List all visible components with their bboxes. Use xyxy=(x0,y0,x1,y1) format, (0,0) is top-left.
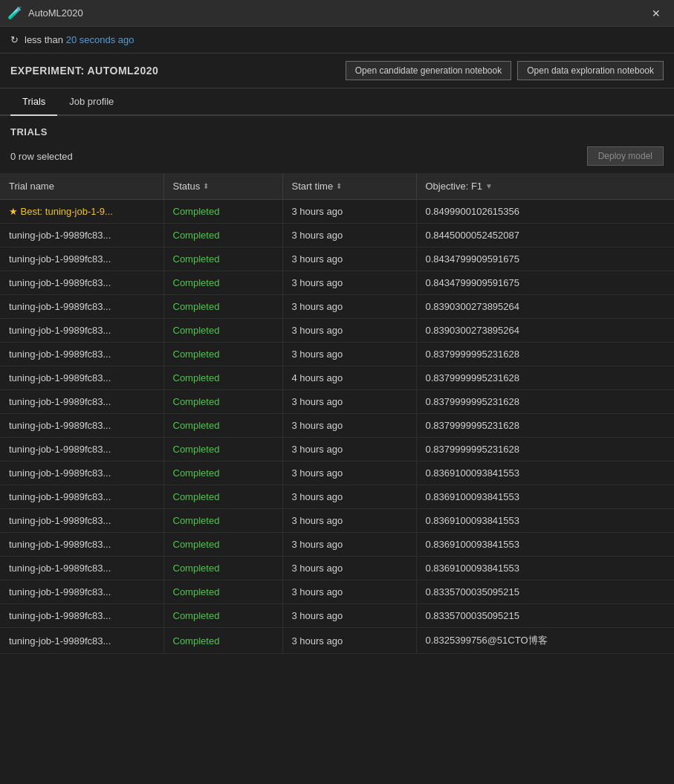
cell-trial-name: tuning-job-1-9989fc83... xyxy=(0,533,163,557)
title-bar: 🧪 AutoML2020 ✕ xyxy=(0,0,674,27)
cell-objective: 0.8499900102615356 xyxy=(416,200,674,224)
cell-status: Completed xyxy=(163,557,282,580)
window-title: AutoML2020 xyxy=(28,7,83,19)
cell-objective: 0.8369100093841553 xyxy=(416,557,674,580)
col-header-trial-name: Trial name xyxy=(0,173,163,200)
cell-trial-name: tuning-job-1-9989fc83... xyxy=(0,366,163,390)
status-sort-icon: ⬍ xyxy=(203,182,209,190)
section-header: TRIALS xyxy=(0,116,674,142)
table-row[interactable]: tuning-job-1-9989fc83...Completed3 hours… xyxy=(0,628,674,654)
cell-trial-name: tuning-job-1-9989fc83... xyxy=(0,604,163,628)
cell-objective: 0.8369100093841553 xyxy=(416,461,674,485)
table-row[interactable]: tuning-job-1-9989fc83...Completed3 hours… xyxy=(0,604,674,628)
cell-status: Completed xyxy=(163,390,282,414)
cell-trial-name: tuning-job-1-9989fc83... xyxy=(0,343,163,366)
cell-objective: 0.8379999995231628 xyxy=(416,414,674,438)
cell-trial-name: tuning-job-1-9989fc83... xyxy=(0,485,163,509)
table-row[interactable]: tuning-job-1-9989fc83...Completed3 hours… xyxy=(0,224,674,247)
candidate-generation-button[interactable]: Open candidate generation notebook xyxy=(346,61,512,80)
row-selected-label: 0 row selected xyxy=(10,151,73,162)
cell-objective: 0.8379999995231628 xyxy=(416,438,674,461)
cell-start-time: 3 hours ago xyxy=(282,247,416,271)
close-button[interactable]: ✕ xyxy=(646,4,667,22)
cell-trial-name: tuning-job-1-9989fc83... xyxy=(0,509,163,533)
table-row[interactable]: ★ Best: tuning-job-1-9...Completed3 hour… xyxy=(0,200,674,224)
refresh-icon[interactable]: ↻ xyxy=(10,34,19,45)
table-row[interactable]: tuning-job-1-9989fc83...Completed3 hours… xyxy=(0,343,674,366)
cell-objective: 0.8325399756@51CTO博客 xyxy=(416,628,674,654)
start-time-sort-icon: ⬍ xyxy=(336,182,342,190)
cell-status: Completed xyxy=(163,343,282,366)
data-exploration-button[interactable]: Open data exploration notebook xyxy=(517,61,664,80)
cell-status: Completed xyxy=(163,295,282,319)
table-row[interactable]: tuning-job-1-9989fc83...Completed3 hours… xyxy=(0,438,674,461)
cell-status: Completed xyxy=(163,628,282,654)
tab-job-profile[interactable]: Job profile xyxy=(57,88,126,116)
cell-trial-name: ★ Best: tuning-job-1-9... xyxy=(0,200,163,224)
cell-trial-name: tuning-job-1-9989fc83... xyxy=(0,580,163,604)
cell-objective: 0.8379999995231628 xyxy=(416,343,674,366)
table-row[interactable]: tuning-job-1-9989fc83...Completed3 hours… xyxy=(0,485,674,509)
cell-start-time: 3 hours ago xyxy=(282,319,416,343)
cell-objective: 0.8369100093841553 xyxy=(416,485,674,509)
cell-status: Completed xyxy=(163,319,282,343)
table-row[interactable]: tuning-job-1-9989fc83...Completed3 hours… xyxy=(0,319,674,343)
table-row[interactable]: tuning-job-1-9989fc83...Completed3 hours… xyxy=(0,414,674,438)
cell-objective: 0.8445000052452087 xyxy=(416,224,674,247)
table-row[interactable]: tuning-job-1-9989fc83...Completed3 hours… xyxy=(0,557,674,580)
cell-status: Completed xyxy=(163,438,282,461)
table-row[interactable]: tuning-job-1-9989fc83...Completed3 hours… xyxy=(0,580,674,604)
table-row[interactable]: tuning-job-1-9989fc83...Completed3 hours… xyxy=(0,509,674,533)
cell-status: Completed xyxy=(163,224,282,247)
cell-start-time: 3 hours ago xyxy=(282,485,416,509)
cell-start-time: 4 hours ago xyxy=(282,366,416,390)
cell-start-time: 3 hours ago xyxy=(282,557,416,580)
cell-trial-name: tuning-job-1-9989fc83... xyxy=(0,390,163,414)
cell-objective: 0.8379999995231628 xyxy=(416,366,674,390)
tabs: Trials Job profile xyxy=(0,88,674,116)
table-row[interactable]: tuning-job-1-9989fc83...Completed3 hours… xyxy=(0,271,674,295)
experiment-title: EXPERIMENT: AUTOML2020 xyxy=(10,65,158,77)
col-header-status[interactable]: Status ⬍ xyxy=(163,173,282,200)
refresh-text: less than 20 seconds ago xyxy=(25,34,134,45)
cell-status: Completed xyxy=(163,580,282,604)
table-row[interactable]: tuning-job-1-9989fc83...Completed4 hours… xyxy=(0,366,674,390)
cell-trial-name: tuning-job-1-9989fc83... xyxy=(0,224,163,247)
cell-objective: 0.8369100093841553 xyxy=(416,533,674,557)
cell-start-time: 3 hours ago xyxy=(282,390,416,414)
cell-trial-name: tuning-job-1-9989fc83... xyxy=(0,295,163,319)
cell-start-time: 3 hours ago xyxy=(282,628,416,654)
table-row[interactable]: tuning-job-1-9989fc83...Completed3 hours… xyxy=(0,247,674,271)
cell-start-time: 3 hours ago xyxy=(282,295,416,319)
cell-status: Completed xyxy=(163,414,282,438)
cell-start-time: 3 hours ago xyxy=(282,200,416,224)
cell-objective: 0.8434799909591675 xyxy=(416,247,674,271)
trials-table-container[interactable]: Trial name Status ⬍ Start time ⬍ xyxy=(0,173,674,654)
cell-objective: 0.8335700035095215 xyxy=(416,580,674,604)
table-row[interactable]: tuning-job-1-9989fc83...Completed3 hours… xyxy=(0,390,674,414)
cell-status: Completed xyxy=(163,366,282,390)
title-bar-left: 🧪 AutoML2020 xyxy=(7,6,83,20)
table-row[interactable]: tuning-job-1-9989fc83...Completed3 hours… xyxy=(0,533,674,557)
cell-trial-name: tuning-job-1-9989fc83... xyxy=(0,628,163,654)
cell-trial-name: tuning-job-1-9989fc83... xyxy=(0,557,163,580)
cell-status: Completed xyxy=(163,604,282,628)
table-row[interactable]: tuning-job-1-9989fc83...Completed3 hours… xyxy=(0,295,674,319)
trials-table: Trial name Status ⬍ Start time ⬍ xyxy=(0,173,674,654)
col-header-objective[interactable]: Objective: F1 ▼ xyxy=(416,173,674,200)
cell-start-time: 3 hours ago xyxy=(282,224,416,247)
cell-start-time: 3 hours ago xyxy=(282,343,416,366)
cell-start-time: 3 hours ago xyxy=(282,461,416,485)
deploy-model-button[interactable]: Deploy model xyxy=(587,146,664,166)
col-header-start-time[interactable]: Start time ⬍ xyxy=(282,173,416,200)
cell-status: Completed xyxy=(163,247,282,271)
cell-status: Completed xyxy=(163,509,282,533)
cell-trial-name: tuning-job-1-9989fc83... xyxy=(0,414,163,438)
cell-status: Completed xyxy=(163,533,282,557)
table-controls: 0 row selected Deploy model xyxy=(0,142,674,173)
cell-status: Completed xyxy=(163,200,282,224)
tab-trials[interactable]: Trials xyxy=(10,88,57,116)
cell-objective: 0.8390300273895264 xyxy=(416,319,674,343)
app-icon: 🧪 xyxy=(7,6,22,20)
table-row[interactable]: tuning-job-1-9989fc83...Completed3 hours… xyxy=(0,461,674,485)
